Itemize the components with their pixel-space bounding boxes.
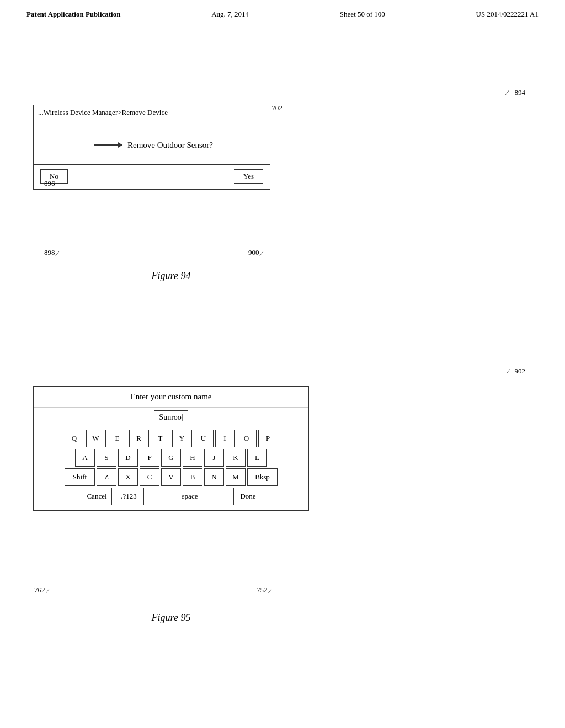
figure-94-caption: Figure 94 xyxy=(33,270,309,282)
key-r[interactable]: R xyxy=(129,430,149,447)
key-u[interactable]: U xyxy=(194,430,214,447)
ref-752-label: 752 ∕ xyxy=(257,586,270,595)
header-date: Aug. 7, 2014 xyxy=(211,10,249,19)
key-g[interactable]: G xyxy=(161,449,181,467)
key-k[interactable]: K xyxy=(226,449,246,467)
kb-title: Enter your custom name xyxy=(34,387,308,408)
header-sheet: Sheet 50 of 100 xyxy=(340,10,385,19)
ref-894-label: ∕894 xyxy=(513,88,525,97)
key-bksp[interactable]: Bksp xyxy=(247,468,278,486)
key-done[interactable]: Done xyxy=(236,488,260,505)
dialog-body-94: Remove Outdoor Sensor? xyxy=(34,120,270,164)
header-patent-number: US 2014/0222221 A1 xyxy=(476,10,539,19)
key-a[interactable]: A xyxy=(75,449,95,467)
key-row-3: Shift Z X C V B N M Bksp xyxy=(39,468,303,486)
key-symbols[interactable]: .?123 xyxy=(114,488,144,505)
yes-button[interactable]: Yes xyxy=(234,169,263,184)
key-row-2: A S D F G H J K L xyxy=(39,449,303,467)
key-cancel[interactable]: Cancel xyxy=(82,488,112,505)
header-publication-label: Patent Application Publication xyxy=(26,10,120,19)
key-l[interactable]: L xyxy=(247,449,267,467)
ref-898-label: 898 ∕ xyxy=(44,248,58,257)
key-y[interactable]: Y xyxy=(172,430,192,447)
key-d[interactable]: D xyxy=(118,449,138,467)
key-q[interactable]: Q xyxy=(65,430,84,447)
ref-896-label: 896 xyxy=(44,179,55,188)
kb-input-field[interactable]: Sunroo| xyxy=(154,410,188,424)
key-h[interactable]: H xyxy=(183,449,202,467)
key-shift[interactable]: Shift xyxy=(65,468,95,486)
key-p[interactable]: P xyxy=(258,430,278,447)
key-f[interactable]: F xyxy=(140,449,159,467)
key-n[interactable]: N xyxy=(204,468,224,486)
key-x[interactable]: X xyxy=(118,468,138,486)
dialog-title-bar-94: ...Wireless Device Manager>Remove Device xyxy=(34,105,270,120)
dialog-arrow-row: Remove Outdoor Sensor? xyxy=(45,141,213,150)
key-j[interactable]: J xyxy=(204,449,224,467)
ref-900-label: 900 ∕ xyxy=(248,248,262,257)
key-w[interactable]: W xyxy=(86,430,106,447)
keyboard-dialog-95: Enter your custom name Sunroo| Q W E R T… xyxy=(33,386,309,511)
figure-95-caption: Figure 95 xyxy=(33,612,309,624)
ref-702-label: ∕702 xyxy=(270,104,282,113)
ref-762-label: 762 ∕ xyxy=(34,586,48,595)
dialog-94: ...Wireless Device Manager>Remove Device… xyxy=(33,105,270,190)
key-t[interactable]: T xyxy=(151,430,170,447)
figure-94-section: ∕894 ∕702 ...Wireless Device Manager>Rem… xyxy=(0,72,565,303)
key-row-4: Cancel .?123 space Done xyxy=(39,488,303,505)
key-b[interactable]: B xyxy=(183,468,202,486)
key-o[interactable]: O xyxy=(237,430,257,447)
key-row-1: Q W E R T Y U I O P xyxy=(39,430,303,447)
arrow-icon xyxy=(94,144,122,146)
kb-title-text: Enter your custom name xyxy=(130,392,211,401)
figure-95-section: ∕902 Enter your custom name Sunroo| Q W … xyxy=(0,342,565,684)
key-i[interactable]: I xyxy=(215,430,235,447)
key-v[interactable]: V xyxy=(161,468,181,486)
dialog-title-text-94: ...Wireless Device Manager>Remove Device xyxy=(38,108,168,116)
dialog-footer-94: No Yes xyxy=(34,164,270,189)
kb-input-row: Sunroo| xyxy=(34,408,308,426)
key-z[interactable]: Z xyxy=(97,468,116,486)
key-e[interactable]: E xyxy=(108,430,127,447)
ref-902-label: ∕902 xyxy=(513,367,525,376)
key-c[interactable]: C xyxy=(140,468,159,486)
dialog-question-text: Remove Outdoor Sensor? xyxy=(127,141,213,150)
key-space[interactable]: space xyxy=(146,488,234,505)
page-header: Patent Application Publication Aug. 7, 2… xyxy=(0,0,565,19)
key-m[interactable]: M xyxy=(226,468,246,486)
key-s[interactable]: S xyxy=(97,449,116,467)
keyboard-keys: Q W E R T Y U I O P A S D F G H J K xyxy=(34,426,308,510)
